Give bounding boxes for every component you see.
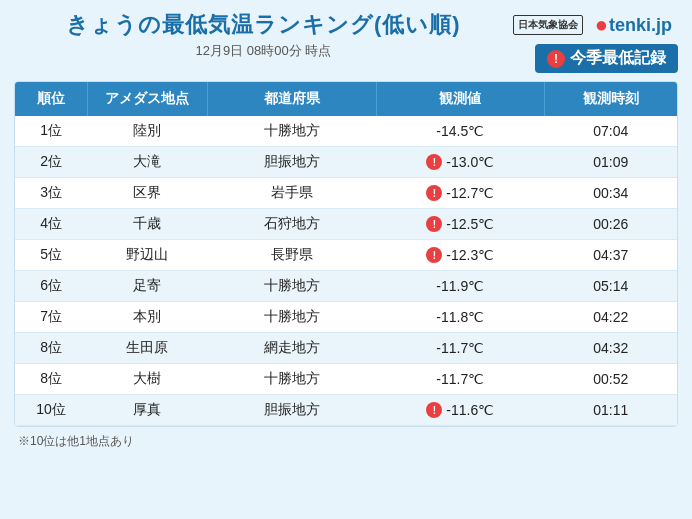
kiseki-label: 今季最低記録 <box>570 48 666 69</box>
table-row: 7位本別十勝地方-11.8℃04:22 <box>15 302 677 333</box>
temperature-value: -13.0℃ <box>446 154 494 170</box>
cell-value: -11.7℃ <box>376 364 545 395</box>
cell-station: 野辺山 <box>87 240 207 271</box>
cell-prefecture: 十勝地方 <box>208 116 377 147</box>
col-value: 観測値 <box>376 82 545 116</box>
subtitle-date: 12月9日 08時00分 時点 <box>14 42 513 60</box>
cell-prefecture: 胆振地方 <box>208 395 377 426</box>
alert-icon-row: ! <box>426 185 442 201</box>
cell-station: 厚真 <box>87 395 207 426</box>
temperature-value: -14.5℃ <box>436 123 484 139</box>
col-rank: 順位 <box>15 82 87 116</box>
cell-prefecture: 岩手県 <box>208 178 377 209</box>
table-wrapper: 順位 アメダス地点 都道府県 観測値 観測時刻 1位陸別十勝地方-14.5℃07… <box>14 81 678 427</box>
cell-prefecture: 胆振地方 <box>208 147 377 178</box>
temperature-value: -12.7℃ <box>446 185 494 201</box>
alert-icon-header: ! <box>547 50 565 68</box>
table-row: 10位厚真胆振地方!-11.6℃01:11 <box>15 395 677 426</box>
cell-time: 07:04 <box>545 116 677 147</box>
cell-rank: 5位 <box>15 240 87 271</box>
cell-time: 01:09 <box>545 147 677 178</box>
cell-rank: 7位 <box>15 302 87 333</box>
cell-station: 生田原 <box>87 333 207 364</box>
header-row: きょうの最低気温ランキング(低い順) 12月9日 08時00分 時点 日本気象協… <box>14 10 678 73</box>
footer-note: ※10位は他1地点あり <box>14 433 678 450</box>
cell-prefecture: 長野県 <box>208 240 377 271</box>
cell-rank: 2位 <box>15 147 87 178</box>
logo-block: 日本気象協会 ● tenki.jp ! 今季最低記録 <box>513 10 678 73</box>
temperature-value: -12.5℃ <box>446 216 494 232</box>
cell-time: 05:14 <box>545 271 677 302</box>
alert-icon-row: ! <box>426 216 442 232</box>
col-station: アメダス地点 <box>87 82 207 116</box>
cell-value: -14.5℃ <box>376 116 545 147</box>
cell-value: !-12.5℃ <box>376 209 545 240</box>
cell-station: 本別 <box>87 302 207 333</box>
cell-time: 00:34 <box>545 178 677 209</box>
cell-time: 04:32 <box>545 333 677 364</box>
cell-value: !-13.0℃ <box>376 147 545 178</box>
cell-value: -11.7℃ <box>376 333 545 364</box>
cell-time: 00:26 <box>545 209 677 240</box>
table-row: 4位千歳石狩地方!-12.5℃00:26 <box>15 209 677 240</box>
title-block: きょうの最低気温ランキング(低い順) 12月9日 08時00分 時点 <box>14 10 513 60</box>
cell-station: 区界 <box>87 178 207 209</box>
kiseki-badge: ! 今季最低記録 <box>535 44 678 73</box>
cell-value: !-12.3℃ <box>376 240 545 271</box>
table-row: 6位足寄十勝地方-11.9℃05:14 <box>15 271 677 302</box>
temperature-value: -11.9℃ <box>436 278 484 294</box>
cell-prefecture: 網走地方 <box>208 333 377 364</box>
cell-station: 千歳 <box>87 209 207 240</box>
temperature-value: -11.7℃ <box>436 340 484 356</box>
col-prefecture: 都道府県 <box>208 82 377 116</box>
cell-rank: 1位 <box>15 116 87 147</box>
table-row: 8位生田原網走地方-11.7℃04:32 <box>15 333 677 364</box>
cell-value: !-12.7℃ <box>376 178 545 209</box>
cell-rank: 8位 <box>15 333 87 364</box>
page-container: きょうの最低気温ランキング(低い順) 12月9日 08時00分 時点 日本気象協… <box>0 0 692 519</box>
cell-rank: 6位 <box>15 271 87 302</box>
alert-icon-row: ! <box>426 247 442 263</box>
tenki-logo: ● tenki.jp <box>589 10 678 40</box>
main-title: きょうの最低気温ランキング(低い順) <box>14 10 513 40</box>
cell-time: 04:22 <box>545 302 677 333</box>
tenki-dot: ● <box>595 12 608 38</box>
cell-station: 大樹 <box>87 364 207 395</box>
cell-time: 01:11 <box>545 395 677 426</box>
cell-time: 00:52 <box>545 364 677 395</box>
cell-prefecture: 石狩地方 <box>208 209 377 240</box>
cell-prefecture: 十勝地方 <box>208 271 377 302</box>
table-row: 3位区界岩手県!-12.7℃00:34 <box>15 178 677 209</box>
table-body: 1位陸別十勝地方-14.5℃07:042位大滝胆振地方!-13.0℃01:093… <box>15 116 677 426</box>
table-row: 8位大樹十勝地方-11.7℃00:52 <box>15 364 677 395</box>
ranking-table: 順位 アメダス地点 都道府県 観測値 観測時刻 1位陸別十勝地方-14.5℃07… <box>15 82 677 426</box>
tenki-text: tenki.jp <box>609 15 672 36</box>
cell-prefecture: 十勝地方 <box>208 364 377 395</box>
temperature-value: -12.3℃ <box>446 247 494 263</box>
cell-rank: 4位 <box>15 209 87 240</box>
alert-icon-row: ! <box>426 402 442 418</box>
cell-station: 大滝 <box>87 147 207 178</box>
temperature-value: -11.6℃ <box>446 402 494 418</box>
cell-prefecture: 十勝地方 <box>208 302 377 333</box>
cell-value: -11.8℃ <box>376 302 545 333</box>
table-row: 2位大滝胆振地方!-13.0℃01:09 <box>15 147 677 178</box>
jma-logo: 日本気象協会 <box>513 15 583 35</box>
cell-rank: 8位 <box>15 364 87 395</box>
cell-rank: 10位 <box>15 395 87 426</box>
cell-station: 足寄 <box>87 271 207 302</box>
table-row: 5位野辺山長野県!-12.3℃04:37 <box>15 240 677 271</box>
cell-value: -11.9℃ <box>376 271 545 302</box>
temperature-value: -11.7℃ <box>436 371 484 387</box>
table-header-row: 順位 アメダス地点 都道府県 観測値 観測時刻 <box>15 82 677 116</box>
logo-top: 日本気象協会 ● tenki.jp <box>513 10 678 40</box>
cell-value: !-11.6℃ <box>376 395 545 426</box>
cell-rank: 3位 <box>15 178 87 209</box>
col-time: 観測時刻 <box>545 82 677 116</box>
temperature-value: -11.8℃ <box>436 309 484 325</box>
table-row: 1位陸別十勝地方-14.5℃07:04 <box>15 116 677 147</box>
cell-time: 04:37 <box>545 240 677 271</box>
cell-station: 陸別 <box>87 116 207 147</box>
alert-icon-row: ! <box>426 154 442 170</box>
